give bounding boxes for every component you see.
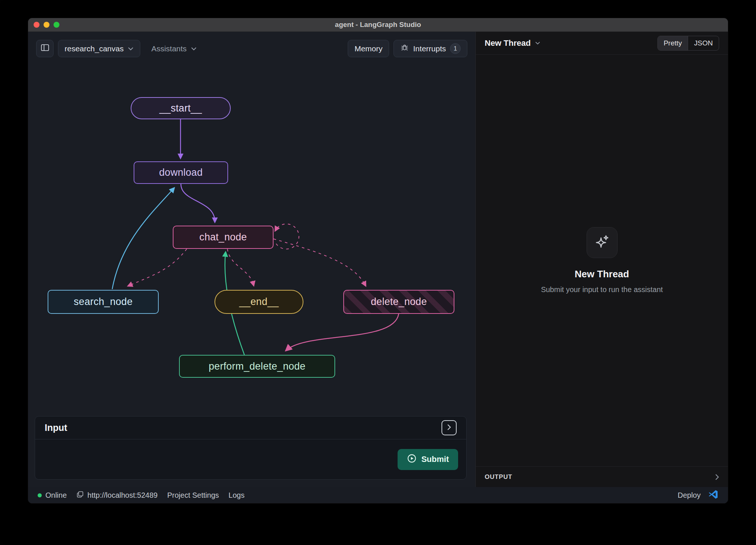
input-collapse-button[interactable] xyxy=(441,420,457,435)
input-panel-body: Submit xyxy=(35,439,466,479)
main-content: research_canvas Assistants Memor xyxy=(28,32,728,487)
edge-chat-search xyxy=(128,249,187,286)
sparkles-icon-box xyxy=(587,227,618,258)
logs-label: Logs xyxy=(228,491,244,500)
app-window: agent - LangGraph Studio research_canvas xyxy=(28,18,728,504)
sidebar-icon xyxy=(40,43,50,54)
edge-delete-perform xyxy=(286,314,399,350)
chevron-right-icon xyxy=(715,474,719,480)
format-toggle: Pretty JSON xyxy=(657,36,719,51)
thread-title: New Thread xyxy=(485,38,531,48)
online-status-dot xyxy=(38,493,42,497)
interrupts-label: Interrupts xyxy=(413,44,446,53)
project-settings-label: Project Settings xyxy=(167,491,219,500)
play-circle-icon xyxy=(407,453,417,466)
project-settings-link[interactable]: Project Settings xyxy=(167,491,219,500)
status-right-group: Deploy xyxy=(678,489,718,501)
edge-search-download xyxy=(112,188,174,289)
assistants-dropdown[interactable]: Assistants xyxy=(145,40,203,57)
output-label: OUTPUT xyxy=(485,473,512,481)
thread-empty-state: New Thread Submit your input to run the … xyxy=(476,55,728,466)
empty-state-title: New Thread xyxy=(575,268,629,280)
interrupts-button[interactable]: Interrupts 1 xyxy=(394,40,467,57)
graph-node-end[interactable]: __end__ xyxy=(214,290,303,314)
chevron-right-icon xyxy=(447,424,451,432)
online-status: Online xyxy=(38,491,67,500)
window-icon xyxy=(76,491,84,500)
empty-state-subtitle: Submit your input to run the assistant xyxy=(541,285,663,294)
server-url-label: http://localhost:52489 xyxy=(87,491,158,500)
thread-panel: New Thread Pretty JSON xyxy=(475,32,728,487)
deploy-label: Deploy xyxy=(678,491,701,500)
window-titlebar: agent - LangGraph Studio xyxy=(28,18,728,32)
logs-link[interactable]: Logs xyxy=(228,491,244,500)
status-left-group: Online http://localhost:52489 Project Se… xyxy=(38,491,678,500)
chevron-down-icon xyxy=(535,41,540,45)
output-section-toggle[interactable]: OUTPUT xyxy=(476,466,728,487)
sidebar-toggle-button[interactable] xyxy=(36,40,54,57)
graph-select-label: research_canvas xyxy=(65,44,124,53)
input-panel-title: Input xyxy=(45,422,67,433)
canvas-toolbar: research_canvas Assistants Memor xyxy=(28,40,475,57)
window-title: agent - LangGraph Studio xyxy=(335,21,421,29)
thread-panel-header: New Thread Pretty JSON xyxy=(476,32,728,55)
toolbar-right-group: Memory Interrupts 1 xyxy=(348,40,467,57)
chevron-down-icon xyxy=(128,47,134,51)
submit-button[interactable]: Submit xyxy=(398,449,458,470)
memory-label: Memory xyxy=(354,44,382,53)
chevron-down-icon xyxy=(191,47,197,51)
vscode-icon[interactable] xyxy=(708,489,718,501)
zoom-button[interactable] xyxy=(54,22,59,28)
thread-select-dropdown[interactable]: New Thread xyxy=(485,38,540,48)
edge-chat-end xyxy=(227,249,254,285)
close-button[interactable] xyxy=(34,22,39,28)
edge-chat-self-loop xyxy=(275,224,299,249)
interrupts-count-badge: 1 xyxy=(450,43,461,54)
toolbar-left-group: research_canvas Assistants xyxy=(36,40,203,57)
graph-node-chat-node[interactable]: chat_node xyxy=(173,226,274,249)
edge-chat-delete xyxy=(274,239,365,285)
input-panel: Input xyxy=(35,416,467,480)
graph-canvas[interactable]: research_canvas Assistants Memor xyxy=(28,32,475,487)
bug-icon xyxy=(400,43,409,54)
graph-node-download[interactable]: download xyxy=(134,161,228,184)
format-pretty-tab[interactable]: Pretty xyxy=(658,36,688,50)
graph-node-perform-delete-node[interactable]: perform_delete_node xyxy=(179,355,335,378)
server-url[interactable]: http://localhost:52489 xyxy=(76,491,158,500)
input-panel-header: Input xyxy=(35,417,466,439)
graph-node-search-node[interactable]: search_node xyxy=(48,290,159,314)
graph-node-start[interactable]: __start__ xyxy=(131,97,231,119)
memory-button[interactable]: Memory xyxy=(348,40,389,57)
deploy-link[interactable]: Deploy xyxy=(678,491,701,500)
submit-label: Submit xyxy=(421,455,449,464)
sparkles-icon xyxy=(594,233,611,252)
graph-node-delete-node[interactable]: delete_node xyxy=(343,290,454,314)
online-label: Online xyxy=(45,491,67,500)
format-json-tab[interactable]: JSON xyxy=(688,36,719,50)
traffic-lights xyxy=(34,18,59,31)
assistants-label: Assistants xyxy=(151,44,187,53)
edge-download-chat xyxy=(181,184,215,222)
minimize-button[interactable] xyxy=(44,22,49,28)
graph-select-dropdown[interactable]: research_canvas xyxy=(58,40,140,57)
status-bar: Online http://localhost:52489 Project Se… xyxy=(28,487,728,503)
